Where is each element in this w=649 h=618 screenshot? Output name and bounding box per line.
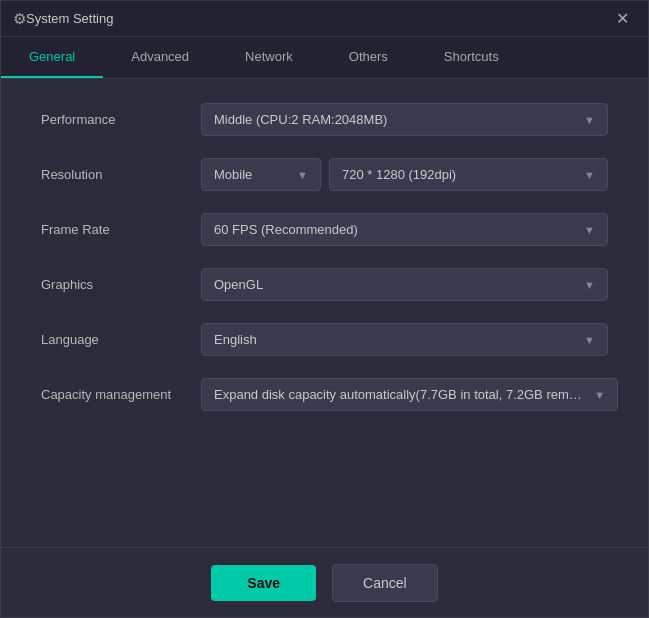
- close-button[interactable]: ✕: [608, 5, 636, 33]
- capacity-control: Expand disk capacity automatically(7.7GB…: [201, 378, 618, 411]
- framerate-control: 60 FPS (Recommended) ▼: [201, 213, 608, 246]
- resolution-label: Resolution: [41, 167, 201, 182]
- tab-shortcuts[interactable]: Shortcuts: [416, 37, 527, 78]
- capacity-chevron-icon: ▼: [594, 389, 605, 401]
- graphics-value: OpenGL: [214, 277, 263, 292]
- resolution-size-chevron-icon: ▼: [584, 169, 595, 181]
- title-bar: ⚙ System Setting ✕: [1, 1, 648, 37]
- language-row: Language English ▼: [41, 323, 608, 356]
- performance-row: Performance Middle (CPU:2 RAM:2048MB) ▼: [41, 103, 608, 136]
- language-control: English ▼: [201, 323, 608, 356]
- performance-value: Middle (CPU:2 RAM:2048MB): [214, 112, 387, 127]
- graphics-row: Graphics OpenGL ▼: [41, 268, 608, 301]
- capacity-value: Expand disk capacity automatically(7.7GB…: [214, 387, 585, 402]
- gear-icon: ⚙: [13, 10, 26, 28]
- framerate-label: Frame Rate: [41, 222, 201, 237]
- capacity-row: Capacity management Expand disk capacity…: [41, 378, 608, 411]
- resolution-type-value: Mobile: [214, 167, 252, 182]
- tab-bar: General Advanced Network Others Shortcut…: [1, 37, 648, 79]
- save-button[interactable]: Save: [211, 565, 316, 601]
- performance-label: Performance: [41, 112, 201, 127]
- tab-network[interactable]: Network: [217, 37, 321, 78]
- resolution-type-select[interactable]: Mobile ▼: [201, 158, 321, 191]
- language-label: Language: [41, 332, 201, 347]
- language-chevron-icon: ▼: [584, 334, 595, 346]
- tab-advanced[interactable]: Advanced: [103, 37, 217, 78]
- footer: Save Cancel: [1, 547, 648, 617]
- performance-select[interactable]: Middle (CPU:2 RAM:2048MB) ▼: [201, 103, 608, 136]
- graphics-chevron-icon: ▼: [584, 279, 595, 291]
- resolution-row: Resolution Mobile ▼ 720 * 1280 (192dpi) …: [41, 158, 608, 191]
- capacity-select[interactable]: Expand disk capacity automatically(7.7GB…: [201, 378, 618, 411]
- tab-others[interactable]: Others: [321, 37, 416, 78]
- settings-content: Performance Middle (CPU:2 RAM:2048MB) ▼ …: [1, 79, 648, 547]
- performance-control: Middle (CPU:2 RAM:2048MB) ▼: [201, 103, 608, 136]
- performance-chevron-icon: ▼: [584, 114, 595, 126]
- framerate-chevron-icon: ▼: [584, 224, 595, 236]
- graphics-label: Graphics: [41, 277, 201, 292]
- language-value: English: [214, 332, 257, 347]
- resolution-control: Mobile ▼ 720 * 1280 (192dpi) ▼: [201, 158, 608, 191]
- framerate-row: Frame Rate 60 FPS (Recommended) ▼: [41, 213, 608, 246]
- cancel-button[interactable]: Cancel: [332, 564, 438, 602]
- tab-general[interactable]: General: [1, 37, 103, 78]
- resolution-size-select[interactable]: 720 * 1280 (192dpi) ▼: [329, 158, 608, 191]
- window-title: System Setting: [26, 11, 608, 26]
- framerate-select[interactable]: 60 FPS (Recommended) ▼: [201, 213, 608, 246]
- graphics-select[interactable]: OpenGL ▼: [201, 268, 608, 301]
- graphics-control: OpenGL ▼: [201, 268, 608, 301]
- language-select[interactable]: English ▼: [201, 323, 608, 356]
- capacity-label: Capacity management: [41, 387, 201, 402]
- resolution-type-chevron-icon: ▼: [297, 169, 308, 181]
- resolution-size-value: 720 * 1280 (192dpi): [342, 167, 456, 182]
- system-setting-window: ⚙ System Setting ✕ General Advanced Netw…: [0, 0, 649, 618]
- framerate-value: 60 FPS (Recommended): [214, 222, 358, 237]
